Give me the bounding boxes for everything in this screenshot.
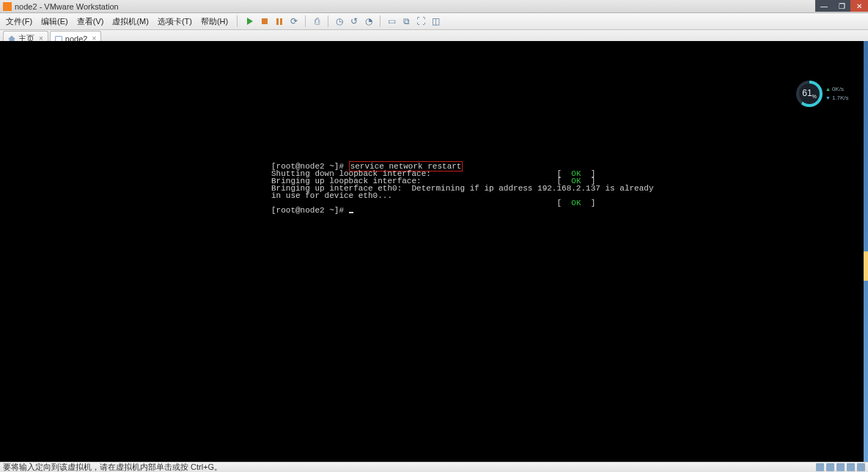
revert-button[interactable]: ↺ — [347, 15, 361, 28]
menu-help[interactable]: 帮助(H) — [196, 16, 232, 27]
cursor — [349, 212, 353, 213]
vm-console[interactable]: [root@node2 ~]# service network restart … — [0, 41, 868, 462]
terminal-output: [root@node2 ~]# service network restart … — [271, 163, 654, 214]
snapshot-icon: ⎙ — [315, 16, 320, 26]
perf-overlay: 61% 0K/s 1.7K/s — [796, 78, 855, 110]
menu-vm[interactable]: 虚拟机(M) — [108, 16, 153, 27]
term-line: ] — [581, 199, 595, 207]
window-titlebar: node2 - VMware Workstation — ❐ ✕ — [0, 0, 868, 13]
clock-button[interactable]: ◷ — [333, 15, 346, 28]
power-off-button[interactable] — [258, 15, 271, 28]
tray-net-icon[interactable] — [836, 463, 845, 471]
stretch-icon: ◫ — [432, 16, 440, 26]
status-bar: 要将输入定向到该虚拟机，请在虚拟机内部单击或按 Ctrl+G。 — [0, 462, 868, 472]
toolbar-separator — [305, 15, 306, 27]
manage-button[interactable]: ◔ — [362, 15, 375, 28]
restart-button[interactable]: ⟳ — [287, 15, 301, 28]
play-icon — [247, 18, 253, 25]
maximize-button[interactable]: ❐ — [833, 0, 850, 12]
console-icon: ⧉ — [403, 16, 410, 26]
unity-button[interactable]: ⛶ — [414, 15, 427, 28]
menu-bar: 文件(F) 编辑(E) 查看(V) 虚拟机(M) 选项卡(T) 帮助(H) — [0, 15, 234, 27]
shell-prompt: [root@node2 ~]# — [271, 206, 349, 215]
pause-icon — [276, 18, 282, 25]
toolbar: ⟳ ⎙ ◷ ↺ ◔ ▭ ⧉ ⛶ ◫ — [240, 13, 868, 29]
toolbar-separator — [380, 15, 380, 27]
power-on-button[interactable] — [243, 15, 257, 28]
toolbar-separator — [237, 15, 238, 27]
status-hint: 要将输入定向到该虚拟机，请在虚拟机内部单击或按 Ctrl+G。 — [3, 462, 222, 472]
stop-icon — [262, 18, 268, 24]
toolbar-separator — [328, 15, 328, 27]
menu-tabs[interactable]: 选项卡(T) — [153, 16, 196, 27]
app-icon — [3, 2, 12, 11]
device-tray — [816, 463, 865, 471]
tray-cd-icon[interactable] — [826, 463, 834, 471]
manage-icon: ◔ — [365, 16, 372, 26]
menu-file[interactable]: 文件(F) — [1, 16, 37, 27]
revert-icon: ↺ — [350, 16, 358, 26]
snapshot-button[interactable]: ⎙ — [310, 15, 323, 28]
clock-icon: ◷ — [336, 16, 343, 26]
restart-icon: ⟳ — [290, 16, 298, 26]
suspend-button[interactable] — [273, 15, 286, 28]
fullscreen-button[interactable]: ▭ — [385, 15, 398, 28]
cpu-value: 61% — [802, 88, 817, 99]
screen-icon: ▭ — [388, 16, 396, 26]
menu-view[interactable]: 查看(V) — [73, 16, 108, 27]
status-ok: OK — [571, 199, 581, 207]
net-down: 1.7K/s — [825, 94, 849, 103]
cpu-ring: 61% — [796, 81, 823, 107]
window-controls: — ❐ ✕ — [815, 0, 868, 12]
tray-hdd-icon[interactable] — [816, 463, 824, 471]
window-title: node2 - VMware Workstation — [15, 2, 119, 11]
net-stats: 0K/s 1.7K/s — [825, 85, 849, 103]
grip-icon — [864, 251, 868, 281]
tray-usb-icon[interactable] — [847, 463, 855, 471]
console-button[interactable]: ⧉ — [400, 15, 413, 28]
tray-sound-icon[interactable] — [857, 463, 865, 471]
side-panel-handle[interactable] — [864, 41, 868, 462]
menu-edit[interactable]: 编辑(E) — [37, 16, 73, 27]
stretch-button[interactable]: ◫ — [429, 15, 442, 28]
close-button[interactable]: ✕ — [850, 0, 868, 12]
net-up: 0K/s — [825, 85, 849, 94]
minimize-button[interactable]: — — [815, 0, 833, 12]
unity-icon: ⛶ — [416, 16, 425, 26]
